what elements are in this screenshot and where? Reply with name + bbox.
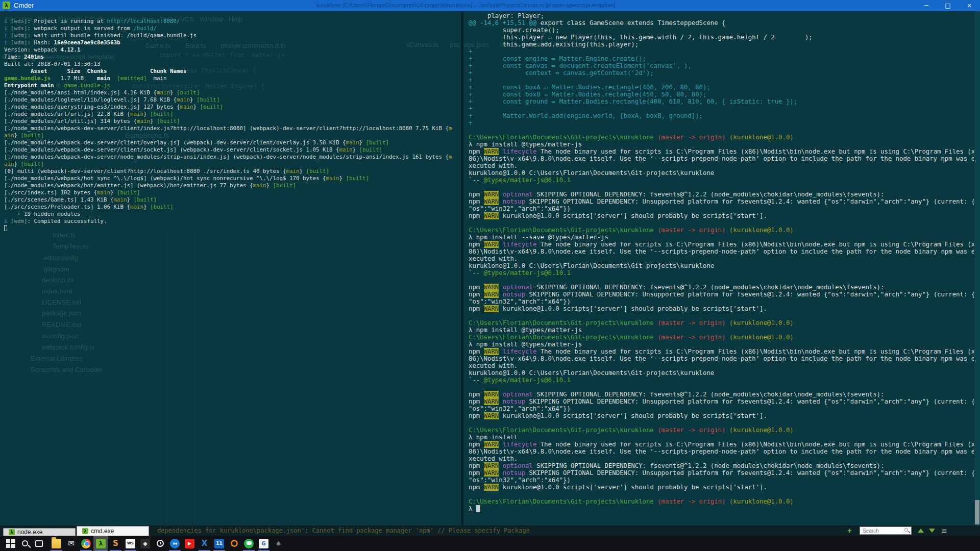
terminal-line: λ npm install @types/matter-js [469, 341, 974, 348]
power-ring-icon [231, 540, 238, 547]
terminal-line: Time: 2401ms [4, 54, 461, 61]
sublime-icon: S [111, 539, 120, 548]
terminal-line: kuruklone@1.0.0 C:\Users\Florian\Documen… [469, 262, 974, 269]
sublime-icon[interactable]: S [108, 536, 123, 551]
cursor-hollow [4, 225, 7, 231]
terminal-line: npm WARN kuruklone@1.0.0 scripts['server… [469, 412, 974, 419]
terminal-line: npm WARN notsup SKIPPING OPTIONAL DEPEND… [469, 198, 974, 205]
terminal-line: npm WARN notsup SKIPPING OPTIONAL DEPEND… [469, 398, 974, 405]
ghost-ide-title: kuruklone [C:\Users\Florian\Documents\Gi… [316, 2, 615, 8]
youtube-icon: ▶ [185, 539, 194, 548]
terminal-line: + const ground = Matter.Bodies.rectangle… [469, 98, 974, 105]
vscode-icon[interactable]: X [197, 536, 212, 551]
maximize-button[interactable]: □ [937, 0, 959, 11]
start-button [6, 539, 15, 548]
terminal-line: `-- @types/matter-js@0.10.1 [469, 269, 974, 277]
terminal-line [469, 127, 974, 134]
terminal-line: 86)\Nodist\v-x64\9.8.0\node.exe itself. … [469, 355, 974, 362]
terminal-line: npm WARN lifecycle The node binary used … [469, 241, 974, 248]
tab-label: cmd.exe [91, 528, 114, 535]
terminal-line: + [469, 48, 974, 55]
scrollbar-thumb[interactable] [975, 500, 979, 524]
power-ring-icon[interactable] [227, 536, 241, 551]
task-view-icon[interactable] [32, 536, 46, 551]
youtube-icon[interactable]: ▶ [182, 536, 197, 551]
terminal-line: C:\Users\Florian\Documents\Git-projects\… [469, 134, 974, 141]
terminal-line [469, 277, 974, 284]
search-icon [904, 528, 908, 532]
minimize-button[interactable]: ─ [916, 0, 937, 11]
terminal-line: i ⌈wds⌋: webpack output is served from /… [4, 25, 461, 32]
chrome-icon[interactable] [79, 536, 93, 551]
close-button[interactable]: × [959, 0, 980, 11]
lambda-icon: λ [9, 529, 15, 535]
menu-icon[interactable]: ≡ [941, 527, 947, 535]
terminal-line: "os":"win32","arch":"x64"}) [469, 298, 974, 305]
terminal-line: C:\Users\Florian\Documents\Git-projects\… [469, 498, 974, 505]
terminal-line: this.game.add.existing(this.player); [469, 41, 974, 48]
translate-icon[interactable]: G [256, 536, 271, 551]
terminal-line: [./node_modules/loglevel/lib/loglevel.js… [4, 96, 461, 104]
taskbar-search-icon[interactable] [17, 536, 32, 551]
terminal-line: [./src/scenes/Preloader.ts] 1.06 KiB {ma… [4, 204, 461, 211]
calendar-icon: 11 [214, 539, 224, 548]
webstorm-icon[interactable]: WS [123, 536, 138, 551]
calendar-icon[interactable]: 11 [212, 536, 227, 551]
terminal-line: + context = canvas.getContext('2d'); [469, 69, 974, 77]
terminal-line: kuruklone@1.0.0 C:\Users\Florian\Documen… [469, 369, 974, 377]
terminal-line: [./node_modules/querystring-es3/index.js… [4, 104, 461, 111]
terminal-line [469, 384, 974, 391]
left-terminal-pane[interactable]: i ⌈wds⌋: Project is running at http://lo… [0, 11, 461, 525]
terminal-line: λ npm install --save @types/matter-js [469, 234, 974, 241]
vscode-icon: X [200, 539, 209, 548]
translate-icon: G [259, 539, 268, 548]
terminal-line: game.bundle.js 1.7 MiB main [emitted] ma… [4, 75, 461, 82]
terminal-line: + const boxB = Matter.Bodies.rectangle(4… [469, 91, 974, 98]
terminal-line: xecuted with. [469, 255, 974, 262]
terminal-line: npm WARN kuruklone@1.0.0 scripts['server… [469, 305, 974, 312]
terminal-line: λ █ [469, 505, 974, 512]
line-icon[interactable] [241, 536, 256, 551]
terminal-line [4, 225, 461, 232]
title-bar[interactable]: λ Cmder kuruklone [C:\Users\Florian\Docu… [0, 0, 980, 11]
tab-node-exe[interactable]: λ node.exe [3, 528, 76, 536]
search-input[interactable] [860, 527, 912, 535]
mail-icon[interactable]: ✉ [64, 536, 79, 551]
scroll-up-icon[interactable] [918, 529, 924, 533]
terminal-line: + Matter.World.add(engine.world, [boxA, … [469, 112, 974, 119]
terminal-line: "os":"win32","arch":"x64"}) [469, 205, 974, 212]
terminal-line [469, 419, 974, 427]
scroll-down-icon[interactable] [929, 529, 935, 533]
terminal-line: + [469, 119, 974, 127]
terminal-line [469, 219, 974, 227]
new-tab-button[interactable]: + [847, 527, 852, 534]
alarm-icon[interactable] [153, 536, 167, 551]
file-explorer-icon[interactable] [49, 536, 64, 551]
unity-icon[interactable]: ◆ [138, 536, 153, 551]
terminal-line: Asset Size Chunks Chunk Names [4, 68, 461, 75]
cursor-block: █ [476, 505, 480, 512]
right-terminal-pane[interactable]: player: Player;@@ -14,6 +15,51 @@ export… [463, 11, 974, 525]
terminal-line: `-- @types/matter-js@0.10.1 [469, 177, 974, 184]
terminal-line: Entrypoint main = game.bundle.js [4, 82, 461, 89]
terminal-line: super.create(); [469, 27, 974, 34]
start-button[interactable] [3, 536, 18, 551]
terminal-line: λ npm install [469, 434, 974, 441]
window-controls: ─□× [916, 0, 980, 11]
task-view-icon [35, 540, 43, 547]
terminal-line: kuruklone@1.0.0 C:\Users\Florian\Documen… [469, 169, 974, 177]
terminal-line: [./node_modules/webpack-dev-server/clien… [4, 139, 461, 146]
terminal-line: xecuted with. [469, 362, 974, 369]
cmder-icon[interactable]: λ [93, 536, 108, 551]
teamviewer-icon[interactable]: ↔ [167, 536, 182, 551]
terminal-line: npm WARN notsup SKIPPING OPTIONAL DEPEND… [469, 291, 974, 298]
dark-app-icon[interactable]: ♠ [271, 536, 286, 551]
terminal-line: Built at: 2018-07-01 13:30:13 [4, 61, 461, 68]
terminal-line: xecuted with. [469, 455, 974, 462]
terminal-line: `-- @types/matter-js@0.10.1 [469, 377, 974, 384]
window-title: Cmder [14, 2, 34, 9]
console-tab-bar: dependencies for kuruklone\package.json'… [0, 525, 980, 536]
scrollbar-track[interactable] [974, 11, 980, 525]
tab-cmd-exe[interactable]: λ cmd.exe [77, 526, 149, 536]
terminal-line: player: Player; [469, 12, 974, 19]
